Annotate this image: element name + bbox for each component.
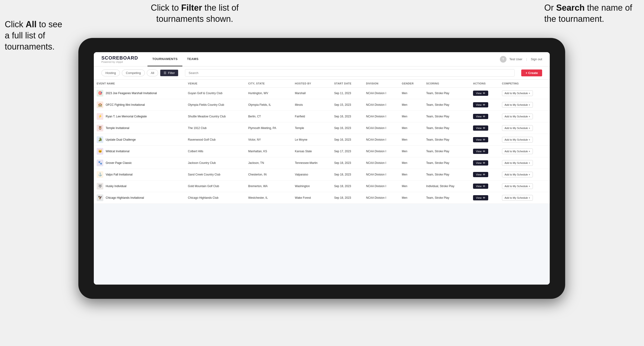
view-button[interactable]: View 👁 [473, 183, 488, 189]
add-to-schedule-button[interactable]: Add to My Schedule + [502, 125, 533, 131]
add-to-schedule-button[interactable]: Add to My Schedule + [502, 137, 533, 143]
eye-icon: 👁 [483, 173, 485, 176]
nav-tournaments[interactable]: TOURNAMENTS [148, 52, 182, 66]
filter-button[interactable]: ☰ Filter [160, 69, 178, 76]
team-logo: 🐺 [97, 183, 103, 189]
cell-event-name: ⚡ Ryan T. Lee Memorial Collegiate [94, 111, 185, 122]
team-logo: 🏫 [97, 102, 103, 108]
hosting-tab[interactable]: Hosting [102, 69, 120, 76]
cell-scoring: Team, Stroke Play [424, 88, 470, 99]
add-to-schedule-button[interactable]: Add to My Schedule + [502, 172, 533, 177]
add-to-schedule-button[interactable]: Add to My Schedule + [502, 160, 533, 166]
add-to-schedule-button[interactable]: Add to My Schedule + [502, 102, 533, 108]
logo-area: SCOREBOARD Powered by clippd [102, 55, 138, 63]
view-button[interactable]: View 👁 [473, 172, 488, 177]
cell-division: NCAA Division I [363, 157, 399, 169]
cell-scoring: Team, Stroke Play [424, 111, 470, 122]
cell-competing: Add to My Schedule + [499, 88, 550, 99]
cell-venue: Jackson Country Club [185, 157, 245, 169]
cell-actions: View 👁 [470, 99, 499, 111]
cell-venue: Gold Mountain Golf Club [185, 180, 245, 192]
cell-gender: Men [399, 122, 424, 134]
annotation-all: Click All to see a full list of tourname… [5, 19, 66, 52]
cell-actions: View 👁 [470, 192, 499, 204]
cell-venue: Guyan Golf & Country Club [185, 88, 245, 99]
cell-hosted-by: Fairfield [292, 111, 331, 122]
search-input[interactable] [185, 69, 514, 77]
table-row: 🏫 OFCC Fighting Illini Invitational Olym… [94, 99, 550, 111]
cell-scoring: Team, Stroke Play [424, 157, 470, 169]
nav-teams[interactable]: TEAMS [182, 52, 203, 66]
event-name-text: Wildcat Invitational [106, 149, 130, 154]
cell-event-name: 🐾 Grover Page Classic [94, 157, 185, 169]
cell-event-name: 🎯 2023 Joe Feaganes Marshall Invitationa… [94, 88, 185, 99]
cell-venue: Olympia Fields Country Club [185, 99, 245, 111]
add-to-schedule-button[interactable]: Add to My Schedule + [502, 90, 533, 96]
view-button[interactable]: View 👁 [473, 91, 488, 96]
col-scoring: SCORING [424, 80, 470, 88]
cell-start-date: Sep 18, 2023 [331, 157, 363, 169]
logo-title: SCOREBOARD [102, 55, 138, 61]
cell-start-date: Sep 16, 2023 [331, 122, 363, 134]
cell-gender: Men [399, 157, 424, 169]
view-button[interactable]: View 👁 [473, 149, 488, 154]
cell-actions: View 👁 [470, 134, 499, 146]
annotation-filter: Click to Filter the list of tournaments … [133, 2, 256, 25]
cell-gender: Men [399, 192, 424, 204]
view-button[interactable]: View 👁 [473, 137, 488, 142]
cell-event-name: 🐺 Husky Individual [94, 180, 185, 192]
sign-out-link[interactable]: Sign out [531, 57, 542, 61]
cell-event-name: 🐱 Wildcat Invitational [94, 146, 185, 157]
event-name-text: Upstate Dual Challenge [106, 138, 136, 142]
filter-label: Filter [168, 71, 175, 75]
team-logo: 🦉 [97, 125, 103, 131]
table-row: 🐊 Upstate Dual Challenge Ravenwood Golf … [94, 134, 550, 146]
view-button[interactable]: View 👁 [473, 102, 488, 107]
view-button[interactable]: View 👁 [473, 126, 488, 131]
cell-hosted-by: Illinois [292, 99, 331, 111]
view-button[interactable]: View 👁 [473, 114, 488, 119]
user-label: Test User [509, 57, 522, 61]
cell-division: NCAA Division I [363, 192, 399, 204]
cell-start-date: Sep 15, 2023 [331, 99, 363, 111]
table-row: 🦉 Temple Invitational The 1912 Club Plym… [94, 122, 550, 134]
view-button[interactable]: View 👁 [473, 160, 488, 166]
cell-competing: Add to My Schedule + [499, 146, 550, 157]
col-venue: VENUE [185, 80, 245, 88]
cell-competing: Add to My Schedule + [499, 180, 550, 192]
create-button[interactable]: + Create [521, 69, 542, 76]
eye-icon: 👁 [483, 162, 485, 164]
col-start-date: START DATE [331, 80, 363, 88]
add-to-schedule-button[interactable]: Add to My Schedule + [502, 195, 533, 201]
cell-city-state: Westchester, IL [245, 192, 292, 204]
team-logo: ⚡ [97, 113, 103, 120]
cell-gender: Men [399, 111, 424, 122]
add-to-schedule-button[interactable]: Add to My Schedule + [502, 149, 533, 154]
competing-tab[interactable]: Competing [122, 69, 145, 76]
cell-venue: Sand Creek Country Club [185, 169, 245, 180]
cell-competing: Add to My Schedule + [499, 111, 550, 122]
cell-venue: Chicago Highlands Club [185, 192, 245, 204]
logo-subtitle: Powered by clippd [102, 61, 138, 63]
cell-competing: Add to My Schedule + [499, 134, 550, 146]
cell-venue: Ravenwood Golf Club [185, 134, 245, 146]
add-to-schedule-button[interactable]: Add to My Schedule + [502, 114, 533, 119]
cell-hosted-by: Kansas State [292, 146, 331, 157]
tournaments-table: EVENT NAME VENUE CITY, STATE HOSTED BY S… [94, 80, 550, 204]
cell-hosted-by: Washington [292, 180, 331, 192]
table-row: 🐾 Grover Page Classic Jackson Country Cl… [94, 157, 550, 169]
col-division: DIVISION [363, 80, 399, 88]
eye-icon: 👁 [483, 196, 485, 199]
view-button[interactable]: View 👁 [473, 195, 488, 200]
cell-actions: View 👁 [470, 88, 499, 99]
cell-division: NCAA Division I [363, 122, 399, 134]
add-to-schedule-button[interactable]: Add to My Schedule + [502, 183, 533, 189]
table-row: ⚓ Valpo Fall Invitational Sand Creek Cou… [94, 169, 550, 180]
cell-hosted-by: Tennessee-Martin [292, 157, 331, 169]
cell-hosted-by: Marshall [292, 88, 331, 99]
team-logo: ⚓ [97, 171, 103, 178]
cell-actions: View 👁 [470, 146, 499, 157]
eye-icon: 👁 [483, 92, 485, 95]
all-tab[interactable]: All [147, 69, 158, 76]
table-row: 🐺 Husky Individual Gold Mountain Golf Cl… [94, 180, 550, 192]
